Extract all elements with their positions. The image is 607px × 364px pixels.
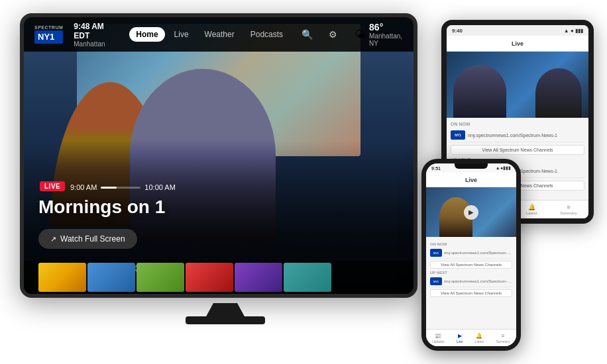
nav-home[interactable]: Home bbox=[129, 27, 164, 42]
weather-info: 86° Manhattan, NY bbox=[369, 22, 403, 47]
phone-tab-latest[interactable]: 🔔 Latest bbox=[475, 333, 484, 343]
phone-live-label: Live bbox=[457, 340, 463, 343]
time-progress-bar bbox=[101, 187, 140, 189]
nav-live[interactable]: Live bbox=[168, 27, 195, 42]
weather-icon: 🌤 bbox=[355, 28, 365, 40]
show-title: Mornings on 1 bbox=[38, 197, 165, 218]
phone-video-player[interactable]: ▶ bbox=[426, 187, 516, 237]
tablet-channel-name-1: nny.spectrumnews1.com/Spectrum-News-1 bbox=[468, 133, 584, 138]
phone-frame: 9:51 ▲●▮▮▮ Live ▶ ON NOW NY1 nny.spectru… bbox=[421, 159, 521, 351]
gear-icon[interactable]: ⚙ bbox=[325, 26, 341, 42]
search-icon[interactable]: 🔍 bbox=[298, 26, 317, 42]
time-progress-fill bbox=[101, 187, 117, 189]
logo: SPECTRUM NY1 bbox=[34, 25, 63, 43]
phone-screen: 9:51 ▲●▮▮▮ Live ▶ ON NOW NY1 nny.spectru… bbox=[426, 163, 516, 346]
ny1-logo: NY1 bbox=[34, 30, 63, 44]
nav-podcasts[interactable]: Podcasts bbox=[244, 27, 290, 42]
spectrum-wordmark: SPECTRUM bbox=[34, 25, 63, 30]
current-time: 9:48 AM EDT bbox=[74, 22, 113, 40]
tablet-anchor-right bbox=[535, 68, 582, 118]
tv-screen: SPECTRUM NY1 9:48 AM EDT Manhattan Home … bbox=[24, 17, 414, 294]
tablet-tab-summary[interactable]: ≡ Summary bbox=[560, 204, 577, 215]
phone-latest-icon: 🔔 bbox=[476, 333, 482, 339]
tablet-channel-info-1: nny.spectrumnews1.com/Spectrum-News-1 bbox=[468, 133, 584, 138]
phone-latest-label: Latest bbox=[475, 340, 484, 343]
phone-channel-logo-2: NY1 bbox=[430, 277, 442, 285]
current-location: Manhattan bbox=[74, 40, 113, 48]
tablet-status-icons: ▲ ● ▮▮▮ bbox=[564, 28, 583, 34]
tv-container: SPECTRUM NY1 9:48 AM EDT Manhattan Home … bbox=[20, 13, 431, 338]
tablet-on-now-label: ON NOW bbox=[451, 122, 584, 126]
phone-summary-icon: ≡ bbox=[502, 333, 505, 339]
tablet-view-all-button-1[interactable]: View All Spectrum News Channels bbox=[451, 145, 584, 155]
phone-on-now-label: ON NOW bbox=[430, 242, 512, 246]
tablet-time: 9:40 bbox=[452, 28, 463, 34]
thumbnail-4[interactable] bbox=[186, 263, 233, 292]
tablet-tab-latest[interactable]: 🔔 Latest bbox=[526, 204, 537, 215]
thumbnail-strip bbox=[24, 261, 414, 294]
phone-tab-summary[interactable]: ≡ Summary bbox=[496, 333, 510, 343]
phone-navbar: Live bbox=[426, 173, 516, 187]
tablet-latest-label: Latest bbox=[526, 211, 537, 215]
nav-weather[interactable]: Weather bbox=[198, 27, 241, 42]
phone-notch bbox=[455, 163, 488, 169]
time-block: 9:48 AM EDT Manhattan bbox=[74, 22, 113, 48]
phone-up-next-label: UP NEXT bbox=[430, 271, 512, 275]
phone-play-button[interactable]: ▶ bbox=[464, 205, 478, 220]
phone-tab-bar: 📰 Updates ▶ Live 🔔 Latest ≡ Summary bbox=[426, 329, 516, 346]
phone-updates-icon: 📰 bbox=[435, 333, 441, 339]
phone-tab-live[interactable]: ▶ Live bbox=[457, 333, 463, 343]
phone-view-all-button-2[interactable]: View All Spectrum News Channels bbox=[430, 289, 512, 297]
watch-fullscreen-label: Watch Full Screen bbox=[60, 234, 125, 244]
tablet-anchor-left bbox=[453, 65, 506, 118]
phone-channel-text-1: nny.spectrumnews1.com/Spectrum-News-1 bbox=[444, 251, 512, 255]
tablet-nav-title: Live bbox=[512, 40, 524, 47]
show-start-time: 9:00 AM bbox=[70, 183, 97, 191]
phone-container: 9:51 ▲●▮▮▮ Live ▶ ON NOW NY1 nny.spectru… bbox=[421, 159, 527, 351]
thumbnail-3[interactable] bbox=[137, 263, 184, 292]
fullscreen-icon: ↗ bbox=[50, 235, 56, 244]
tablet-status-bar: 9:40 ▲ ● ▮▮▮ bbox=[447, 25, 588, 36]
weather-temp: 86° bbox=[369, 22, 403, 32]
tablet-channel-logo-1: NY1 bbox=[451, 130, 465, 140]
thumbnail-2[interactable] bbox=[87, 263, 135, 292]
thumbnail-5[interactable] bbox=[235, 263, 282, 292]
tv-base bbox=[186, 316, 265, 324]
phone-channel-row-2[interactable]: NY1 nny.spectrumnews1.com/Spectrum-News-… bbox=[430, 276, 512, 287]
phone-nav-title: Live bbox=[465, 177, 477, 183]
tablet-video-player[interactable] bbox=[447, 52, 588, 118]
phone-time: 9:51 bbox=[431, 166, 441, 171]
phone-channel-logo-1: NY1 bbox=[430, 249, 442, 257]
phone-channel-text-2: nny.spectrumnews1.com/Spectrum-News-1 bbox=[444, 279, 512, 283]
phone-content: ON NOW NY1 nny.spectrumnews1.com/Spectru… bbox=[426, 237, 516, 329]
tablet-latest-icon: 🔔 bbox=[528, 204, 535, 210]
phone-channel-row-1[interactable]: NY1 nny.spectrumnews1.com/Spectrum-News-… bbox=[430, 248, 512, 259]
phone-updates-label: Updates bbox=[432, 340, 445, 343]
tv-navbar: SPECTRUM NY1 9:48 AM EDT Manhattan Home … bbox=[24, 17, 414, 52]
show-end-time: 10:00 AM bbox=[144, 183, 175, 191]
live-badge: LIVE bbox=[40, 181, 65, 191]
weather-block: 🌤 86° Manhattan, NY bbox=[355, 22, 403, 47]
tablet-channel-item-1[interactable]: NY1 nny.spectrumnews1.com/Spectrum-News-… bbox=[451, 128, 584, 142]
thumbnail-6[interactable] bbox=[284, 263, 331, 292]
weather-location: Manhattan, NY bbox=[369, 32, 403, 47]
tablet-summary-icon: ≡ bbox=[567, 204, 570, 210]
tablet-navbar: Live bbox=[447, 36, 588, 52]
scene: SPECTRUM NY1 9:48 AM EDT Manhattan Home … bbox=[0, 0, 607, 364]
watch-fullscreen-button[interactable]: ↗ Watch Full Screen bbox=[38, 229, 137, 249]
phone-live-icon: ▶ bbox=[458, 333, 462, 339]
phone-status-icons: ▲●▮▮▮ bbox=[496, 165, 511, 171]
phone-view-all-button-1[interactable]: View All Spectrum News Channels bbox=[430, 261, 512, 269]
tablet-summary-label: Summary bbox=[560, 211, 577, 215]
nav-links: Home Live Weather Podcasts bbox=[129, 27, 290, 42]
phone-tab-updates[interactable]: 📰 Updates bbox=[432, 333, 445, 343]
thumbnail-1[interactable] bbox=[38, 263, 86, 292]
tv-stand bbox=[205, 303, 245, 318]
phone-summary-label: Summary bbox=[496, 340, 510, 343]
time-bar: 9:00 AM 10:00 AM bbox=[70, 183, 176, 191]
tv-frame: SPECTRUM NY1 9:48 AM EDT Manhattan Home … bbox=[20, 13, 417, 298]
